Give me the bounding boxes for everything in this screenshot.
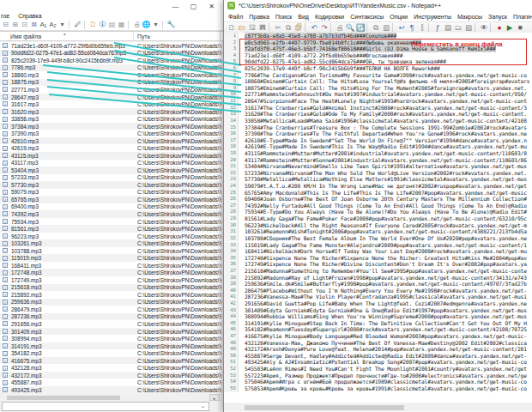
horizontal-scrollbar[interactable]: ▸	[0, 394, 221, 401]
line-text[interactable]: 18860#Eminem#Curtain Call: The Hits#Lose…	[245, 78, 529, 85]
show-all-chars-icon[interactable]: ¶	[407, 22, 417, 33]
menu-item-8[interactable]: Макросы	[457, 14, 482, 20]
redo-icon[interactable]: ↷	[319, 22, 329, 33]
line-text[interactable]: 314191#Kylie Minogue#Step Back In Time: …	[245, 320, 527, 327]
file-row[interactable]: ♪301409.mp3C:\Users\ShirokovPN\Downloads…	[0, 328, 221, 336]
menu-item-10[interactable]: Плагины	[513, 14, 532, 20]
line-text[interactable]: 65765#Amy Macdonald#This Is The Life#Thi…	[245, 190, 527, 197]
macro-record-icon[interactable]: ●	[494, 22, 505, 33]
dropdown-arrow-2-icon[interactable]: ▾	[151, 20, 160, 30]
file-row[interactable]: ♪18860.mp3C:\Users\ShirokovPN\Downloads\…	[0, 71, 221, 79]
menu-item-3[interactable]: Вид	[298, 14, 309, 20]
line-text[interactable]: 432128#Vanessa-Mae, Джакомо Пуччини#The …	[245, 340, 527, 347]
line-text[interactable]: 455887#Serge Devant, Hadley#Addicted#Add…	[245, 353, 527, 360]
line-text[interactable]: 575046#Ария#Игра с огнём#Бой продолжаетс…	[245, 379, 527, 385]
file-row[interactable]: ♪37390.mp3C:\Users\ShirokovPN\Downloads\…	[0, 130, 221, 137]
column-header-filename[interactable]: Имя файла	[10, 33, 41, 39]
line-text[interactable]: 259636#Smile.dk#Smile#Butterfly#1998#pop…	[245, 281, 527, 288]
monitor-eye-icon[interactable]: 👁	[479, 22, 489, 33]
print-icon[interactable]: 🖨	[335, 22, 345, 33]
line-text[interactable]: 42610#E-Type#Made In Sweden#"Set The Wor…	[245, 137, 527, 144]
scrollbar-thumb[interactable]	[7, 396, 120, 400]
clone-view-icon[interactable]: ▥	[381, 22, 391, 33]
menu-item-1[interactable]: Правка	[249, 14, 269, 20]
file-row[interactable]: ♪53404.mp3C:\Users\ShirokovPN\Downloads\…	[0, 167, 221, 174]
scrollbar-thumb[interactable]	[245, 405, 404, 410]
file-row[interactable]: ♪314191.mp3C:\Users\ShirokovPN\Downloads…	[0, 342, 221, 350]
file-row[interactable]: ♪354182.mp3C:\Users\ShirokovPN\Downloads…	[0, 349, 221, 357]
wordwrap-icon[interactable]: ↩	[396, 22, 407, 33]
menu-item-6[interactable]: Опции	[390, 14, 408, 20]
replace-icon[interactable]: 🔃	[355, 22, 366, 33]
undo-icon[interactable]: ↶	[309, 22, 319, 33]
file-row[interactable]: ♪22771.mp3C:\Users\ShirokovPN\Downloads\…	[0, 86, 221, 94]
print-icon[interactable]: 🖨	[132, 20, 142, 30]
macro-play-icon[interactable]: ▶	[505, 22, 515, 33]
file-row[interactable]: ♪42610.mp3C:\Users\ShirokovPN\Downloads\…	[0, 137, 221, 145]
file-row[interactable]: ♪493425.mp3C:\Users\ShirokovPN\Downloads…	[0, 386, 221, 394]
column-header-path[interactable]: Путь	[137, 33, 150, 39]
file-row[interactable]: ♪28647.mp3C:\Users\ShirokovPN\Downloads\…	[0, 94, 221, 101]
line-text[interactable]: 43115#Rammstein#Mutter#Mutter#2001#indus…	[245, 150, 527, 157]
menu-item-5[interactable]: Синтаксисы	[350, 14, 384, 20]
column-divider[interactable]	[220, 33, 221, 41]
tag-remove-icon[interactable]: ⊠	[29, 20, 39, 30]
doc-map-icon[interactable]: ▤	[443, 22, 453, 33]
line-text[interactable]: 42619#E-Type#Made In Sweden#This Is The …	[245, 143, 527, 150]
line-text[interactable]: 31620#The Cranberries#Gold#Ode To My Fam…	[245, 111, 527, 118]
npp-titlebar[interactable]: N *C:\Users\ShirokovPN\OneDrive\Desktop\…	[224, 0, 532, 12]
info-icon[interactable]: 🛈	[98, 20, 107, 30]
line-text[interactable]: 301409#Edyta Gorniak#Edyta Gorniak#One &…	[245, 307, 527, 314]
file-row[interactable]: ♪59079.mp3C:\Users\ShirokovPN\Downloads\…	[0, 189, 221, 197]
line-text[interactable]: f2afd3f0-475f-46e3-b5bf-74168ef80618###G…	[245, 45, 496, 52]
line-text[interactable]: 33858#Metallica#Load#Mama Said#1996#clas…	[245, 118, 527, 124]
line-text[interactable]: 287236#Vanessa-Mae#The Violin Player#Con…	[245, 294, 527, 300]
line-text[interactable]: 69400#Joan Osborne#The Best Of Joan Osbo…	[245, 196, 527, 203]
line-text[interactable]: 57730#Metallica#Metallica#Nothing Else M…	[245, 176, 527, 183]
line-text[interactable]: 557223#Ария, Размер Проджект#Предел проч…	[245, 373, 527, 379]
file-row[interactable]: ♪432172.mp3C:\Users\ShirokovPN\Downloads…	[0, 372, 221, 379]
line-text[interactable]: 28647#Scorpions#Face The Heat#Lonely Nig…	[245, 98, 527, 105]
macro-stop-icon[interactable]: ■	[515, 22, 525, 33]
list-view-icon[interactable]: ▤	[107, 20, 117, 30]
filter-combobox[interactable]: ⌄	[2, 402, 209, 411]
line-text[interactable]: 75934#E-Type#Do You Always (Have To Be A…	[245, 209, 527, 215]
wrench-icon[interactable]: 🔧	[166, 20, 176, 30]
find-icon[interactable]: 🔍	[345, 22, 355, 33]
line-text[interactable]: 215618#Madonna#Something to Remember#You…	[245, 268, 527, 275]
file-row[interactable]: ♪7786.mp3C:\Users\ShirokovPN\Downloads\Y…	[0, 64, 221, 72]
chevron-down-icon[interactable]: ⌄	[198, 403, 208, 410]
file-row[interactable]: ♪215892.mp3C:\Users\ShirokovPN\Downloads…	[0, 291, 221, 299]
line-text[interactable]: 291656#David Guetta#Pop Life#Baby When T…	[245, 300, 527, 307]
line-text[interactable]: 432172#Arash#Donya#Pure Love@feat. Helen…	[245, 346, 527, 353]
line-text[interactable]: 90ddfd22-0275-47e1-ad82-55cd064dca76###О…	[245, 58, 446, 65]
file-row[interactable]: ♪81561.mp3C:\Users\ShirokovPN\Downloads\…	[0, 225, 221, 233]
line-text[interactable]: 31617#The Cranberries#Gold#Animal Instin…	[245, 105, 527, 112]
scrollbar-right-arrow-icon[interactable]: ▸	[209, 394, 220, 401]
grid-view-icon[interactable]: ▦	[117, 20, 126, 30]
menu-item-4[interactable]: Кодировки	[315, 14, 344, 20]
line-text[interactable]: 308994#Robbie Williams#Sing When You're …	[245, 313, 527, 320]
line-text[interactable]: e0c5d965-e2fb-4497-9779-fbe814b8fc1c###Л…	[245, 39, 421, 46]
line-text[interactable]: 22771#Rammstein#Sehnsucht#Du Hast#1997#i…	[245, 91, 527, 98]
line-text[interactable]: 81561#Lady Gaga#The Fame#Poker Face#2008…	[245, 215, 527, 222]
save-all-icon[interactable]: 🖪	[257, 22, 268, 33]
line-text[interactable]: 37384#The Cranberries#Treasure Box : The…	[245, 124, 527, 131]
file-row[interactable]: ♪308994.mp3C:\Users\ShirokovPN\Downloads…	[0, 335, 221, 342]
file-row[interactable]: ♪291656.mp3C:\Users\ShirokovPN\Downloads…	[0, 320, 221, 328]
tag-paste-icon[interactable]: ⊞	[10, 20, 20, 30]
line-text[interactable]: 57233#Nirvana#Nirvana#The Man Who Sold T…	[245, 170, 527, 177]
folder-workspace-icon[interactable]: 🗂	[453, 22, 463, 33]
editor-horizontal-scrollbar[interactable]	[224, 403, 532, 411]
file-row[interactable]: ♪31617.mp3C:\Users\ShirokovPN\Downloads\…	[0, 100, 221, 108]
maximize-icon[interactable]: ▢	[184, 1, 203, 12]
file-row[interactable]: ♪103788.mp3C:\Users\ShirokovPN\Downloads…	[0, 247, 221, 255]
line-text[interactable]: 172749#Sixpence None The Richer#Divine D…	[245, 261, 527, 268]
line-text[interactable]: 74392#Nelly Furtado#All Good Things (Com…	[245, 203, 527, 209]
line-text[interactable]: 416675#Kylie Minogue#Body Language#Red B…	[245, 333, 527, 340]
menu-item-2[interactable]: Поиск	[275, 14, 292, 20]
file-row[interactable]: ♪65765.mp3C:\Users\ShirokovPN\Downloads\…	[0, 196, 221, 203]
menu-item-0[interactable]: Файл	[228, 14, 243, 20]
case-convert-2-icon[interactable]: A₂	[48, 20, 57, 30]
file-row[interactable]: ♪57233.mp3C:\Users\ShirokovPN\Downloads\…	[0, 174, 221, 182]
